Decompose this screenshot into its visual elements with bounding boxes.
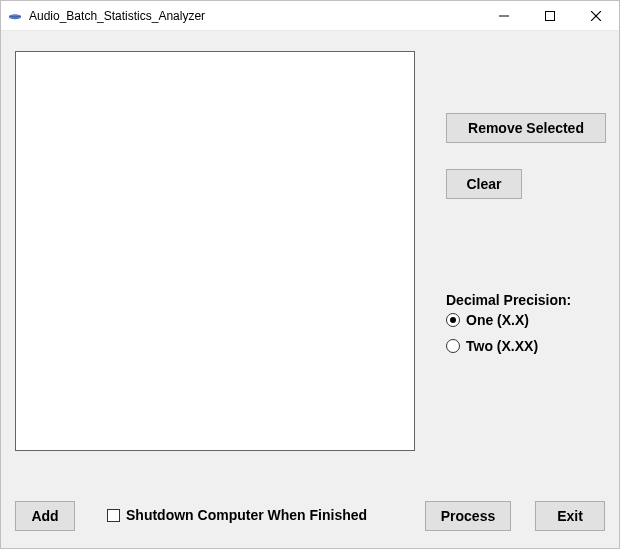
precision-option-two[interactable]: Two (X.XX)	[446, 338, 611, 354]
client-area: Remove Selected Clear Decimal Precision:…	[1, 31, 619, 548]
window-controls	[481, 1, 619, 30]
shutdown-checkbox-row[interactable]: Shutdown Computer When Finished	[107, 507, 367, 523]
process-button[interactable]: Process	[425, 501, 511, 531]
decimal-precision-group: Decimal Precision: One (X.X) Two (X.XX)	[446, 292, 611, 364]
shutdown-checkbox-label: Shutdown Computer When Finished	[126, 507, 367, 523]
exit-button[interactable]: Exit	[535, 501, 605, 531]
decimal-precision-label: Decimal Precision:	[446, 292, 611, 308]
precision-option-two-label: Two (X.XX)	[466, 338, 538, 354]
remove-selected-button[interactable]: Remove Selected	[446, 113, 606, 143]
window-title: Audio_Batch_Statistics_Analyzer	[29, 9, 205, 23]
svg-rect-3	[546, 11, 555, 20]
radio-icon	[446, 313, 460, 327]
precision-option-one-label: One (X.X)	[466, 312, 529, 328]
file-listbox[interactable]	[15, 51, 415, 451]
minimize-button[interactable]	[481, 1, 527, 30]
close-button[interactable]	[573, 1, 619, 30]
precision-option-one[interactable]: One (X.X)	[446, 312, 611, 328]
app-window: Audio_Batch_Statistics_Analyzer Remove S…	[0, 0, 620, 549]
radio-icon	[446, 339, 460, 353]
app-icon	[7, 8, 23, 24]
titlebar: Audio_Batch_Statistics_Analyzer	[1, 1, 619, 31]
maximize-button[interactable]	[527, 1, 573, 30]
checkbox-icon	[107, 509, 120, 522]
add-button[interactable]: Add	[15, 501, 75, 531]
clear-button[interactable]: Clear	[446, 169, 522, 199]
